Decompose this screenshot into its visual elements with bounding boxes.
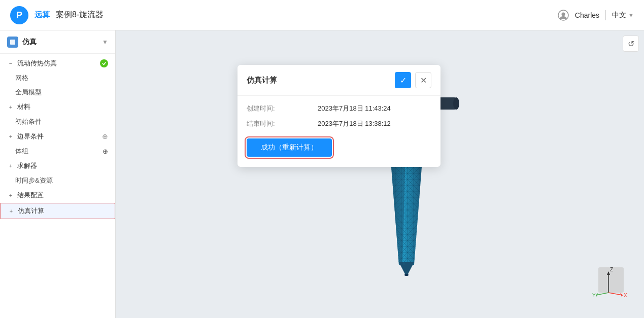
svg-marker-17 xyxy=(399,262,414,275)
tree-item-solver[interactable]: + 求解器 xyxy=(0,158,115,173)
sidebar-collapse-icon[interactable]: ▼ xyxy=(102,39,108,46)
status-success-icon xyxy=(100,59,108,67)
svg-text:Y: Y xyxy=(592,293,596,298)
svg-text:Z: Z xyxy=(610,267,613,272)
sidebar: 仿真 ▼ − 流动传热仿真 网格 全局模型 + 材料 初始条件 + 边界条件 xyxy=(0,30,116,318)
axis-indicator: Z Y X xyxy=(588,262,629,303)
dialog-actions: ✓ ✕ xyxy=(395,72,431,88)
tree-item-body-group[interactable]: 体组 ⊕ xyxy=(0,144,115,158)
header-divider xyxy=(605,10,606,20)
expand-icon-boundary: + xyxy=(7,133,14,140)
user-name: Charles xyxy=(575,11,599,19)
initial-condition-label: 初始条件 xyxy=(15,117,42,126)
expand-icon-material: + xyxy=(7,103,14,111)
tree-item-global-model[interactable]: 全局模型 xyxy=(0,85,115,99)
user-icon xyxy=(558,10,569,21)
reload-icon: ↺ xyxy=(628,39,634,49)
tree-item-flow-heat[interactable]: − 流动传热仿真 xyxy=(0,56,115,71)
create-time-value: 2023年7月18日 11:43:24 xyxy=(318,104,391,113)
body-group-label: 体组 xyxy=(15,147,28,156)
global-model-label: 全局模型 xyxy=(15,88,42,97)
mesh-label: 网格 xyxy=(15,74,28,83)
flow-heat-label: 流动传热仿真 xyxy=(17,59,97,68)
sidebar-header: 仿真 ▼ xyxy=(0,30,115,54)
svg-point-18 xyxy=(404,274,409,276)
expand-icon-result: + xyxy=(7,192,14,199)
svg-text:P: P xyxy=(16,10,22,20)
header: P 远算 案例8-旋流器 Charles 中文 ▼ xyxy=(0,0,644,30)
tree-item-sim-calc[interactable]: + 仿真计算 xyxy=(0,203,115,219)
sidebar-title: 仿真 xyxy=(22,38,37,47)
dialog-header: 仿真计算 ✓ ✕ xyxy=(238,65,440,96)
add-body-icon[interactable]: ⊕ xyxy=(103,148,108,155)
header-right: Charles 中文 ▼ xyxy=(558,10,634,21)
svg-text:X: X xyxy=(624,293,627,298)
tree-item-result-config[interactable]: + 结果配置 xyxy=(0,188,115,203)
tree-item-boundary[interactable]: + 边界条件 ⊕ xyxy=(0,129,115,144)
lang-arrow-icon: ▼ xyxy=(628,12,634,18)
solver-label: 求解器 xyxy=(17,161,108,170)
end-time-value: 2023年7月18日 13:38:12 xyxy=(318,119,391,128)
tree-item-material[interactable]: + 材料 xyxy=(0,99,115,115)
sidebar-header-left: 仿真 xyxy=(7,37,37,48)
app-title: 案例8-旋流器 xyxy=(56,10,104,20)
create-time-row: 创建时间: 2023年7月18日 11:43:24 xyxy=(247,104,431,113)
result-config-label: 结果配置 xyxy=(17,191,108,200)
close-button[interactable]: ✕ xyxy=(415,72,431,88)
viewport: ↺ 仿真计算 ✓ ✕ 创建时间: 2023年7月18日 11:43:24 结束时… xyxy=(116,30,644,318)
cube-icon xyxy=(7,37,18,48)
expand-icon: − xyxy=(7,60,14,67)
simulation-dialog: 仿真计算 ✓ ✕ 创建时间: 2023年7月18日 11:43:24 结束时间:… xyxy=(238,65,440,167)
company-name: 远算 xyxy=(35,10,50,20)
svg-point-3 xyxy=(561,12,565,16)
svg-point-9 xyxy=(453,97,459,110)
tree-item-timestep[interactable]: 时间步&资源 xyxy=(0,173,115,188)
sim-calc-label: 仿真计算 xyxy=(18,206,108,216)
svg-line-25 xyxy=(608,293,623,295)
confirm-button[interactable]: ✓ xyxy=(395,72,411,88)
end-time-label: 结束时间: xyxy=(247,119,287,128)
boundary-label: 边界条件 xyxy=(17,132,99,141)
lang-label: 中文 xyxy=(612,11,626,20)
header-left: P 远算 案例8-旋流器 xyxy=(10,6,104,24)
tree-item-mesh[interactable]: 网格 xyxy=(0,71,115,85)
end-time-row: 结束时间: 2023年7月18日 13:38:12 xyxy=(247,119,431,128)
reload-button[interactable]: ↺ xyxy=(623,36,639,52)
dialog-body: 创建时间: 2023年7月18日 11:43:24 结束时间: 2023年7月1… xyxy=(238,96,440,167)
timestep-label: 时间步&资源 xyxy=(15,176,53,185)
dialog-title: 仿真计算 xyxy=(247,76,277,85)
material-label: 材料 xyxy=(17,102,108,112)
main-layout: 仿真 ▼ − 流动传热仿真 网格 全局模型 + 材料 初始条件 + 边界条件 xyxy=(0,30,644,318)
tree-item-initial-condition[interactable]: 初始条件 xyxy=(0,115,115,129)
create-time-label: 创建时间: xyxy=(247,104,287,113)
svg-rect-4 xyxy=(10,40,15,45)
logo-icon: P xyxy=(10,6,28,24)
expand-icon-sim: + xyxy=(8,207,15,215)
expand-icon-solver: + xyxy=(7,162,14,169)
lang-selector[interactable]: 中文 ▼ xyxy=(612,11,634,20)
add-boundary-icon[interactable]: ⊕ xyxy=(102,132,108,140)
recalc-button[interactable]: 成功（重新计算） xyxy=(247,138,332,157)
